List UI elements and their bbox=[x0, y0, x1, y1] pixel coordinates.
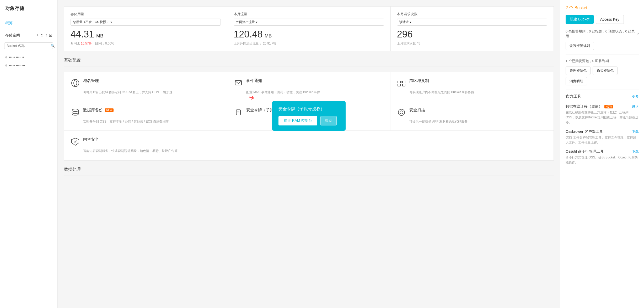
scan-icon bbox=[397, 108, 406, 117]
feature-scan-desc: 可提供一键扫描 APP 漏洞和恶意代码服务 bbox=[409, 119, 547, 124]
new-bucket-button[interactable]: 新建 Bucket bbox=[566, 15, 594, 24]
center-panel: 存储用量 总用量（不含 ECS 快照） ▾ 44.31 MB 月同比 16.57… bbox=[58, 0, 560, 308]
stat-traffic-sub-value: 26.91 MB bbox=[263, 42, 276, 45]
tool-ossutil-name: Ossutil 命令行管理工具 下载 bbox=[566, 149, 639, 154]
stat-traffic-dropdown[interactable]: 外网流出流量 ▾ bbox=[234, 19, 384, 26]
stat-requests-sub: 上月请求次数 45 bbox=[397, 41, 547, 46]
feature-notification[interactable]: 事件通知 配置 MNS 事件通知（回调）功能，关注 Bucket 事件 bbox=[227, 72, 390, 101]
bucket-search-box[interactable]: 🔍 bbox=[4, 42, 53, 49]
sidebar-title: 对象存储 bbox=[0, 0, 57, 16]
sidebar-nav: 概览 bbox=[0, 16, 57, 30]
svg-rect-4 bbox=[402, 81, 405, 83]
tool-ossbrowser-link[interactable]: 下载 bbox=[632, 129, 639, 134]
stat-storage-unit: MB bbox=[96, 33, 103, 38]
sort-icon[interactable]: ↕ bbox=[45, 33, 47, 38]
feature-grid: 域名管理 可将用户自己的域名绑定到 OSS 域名上，并支持 CDN 一键加速 bbox=[64, 72, 554, 161]
stat-traffic-label-text: 本月流量 bbox=[234, 12, 247, 16]
feature-database-name: 数据库备份 bbox=[83, 108, 103, 113]
popup-buttons: 前往 RAM 控制台 帮助 bbox=[278, 116, 339, 125]
list-item[interactable]: ••••• •••• •• bbox=[0, 53, 57, 61]
resource-info: 1 个已购资源包，0 即将到期 bbox=[566, 59, 639, 63]
stat-traffic-sub: 上月外网流出流量： 26.91 MB bbox=[234, 41, 384, 46]
tools-title: 官方工具 bbox=[566, 94, 581, 99]
popup-help-btn[interactable]: 帮助 bbox=[320, 116, 337, 125]
tool-ossbrowser-label: Ossbrower 客户端工具 bbox=[566, 129, 603, 134]
feature-content-security-header: 内容安全 bbox=[71, 137, 221, 146]
tools-section-header: 官方工具 更多 bbox=[566, 94, 639, 99]
alert-rule-text: 0 条报警规则，0 已报警，0 预警状态，0 已禁用 ? bbox=[566, 29, 639, 38]
feature-database[interactable]: 数据库备份 NEW 实时备份到 OSS，支持本地 / 公网 / 其他云 / EC… bbox=[64, 101, 227, 131]
stat-requests-dropdown[interactable]: 读请求 ▾ bbox=[397, 19, 547, 26]
manage-resource-btn[interactable]: 管理资源包 bbox=[566, 67, 591, 75]
action-buttons: 新建 Bucket Access Key bbox=[566, 15, 639, 24]
stat-requests-dropdown-label: 读请求 bbox=[399, 20, 409, 24]
stat-storage-label: 存储用量 bbox=[71, 12, 221, 16]
stats-row: 存储用量 总用量（不含 ECS 快照） ▾ 44.31 MB 月同比 16.57… bbox=[64, 6, 554, 51]
feature-notification-name: 事件通知 bbox=[246, 78, 262, 83]
tool-migration-desc: 在线迁移服务支持第三方源站（数据）迁移到 OSS；以及支持Bucket之间数据迁… bbox=[566, 110, 639, 125]
stat-traffic-dropdown-label: 外网流出流量 bbox=[236, 20, 255, 24]
domain-icon bbox=[71, 78, 80, 88]
tool-ossutil-link[interactable]: 下载 bbox=[632, 149, 639, 154]
list-item[interactable]: ••••• •••• ••• bbox=[0, 61, 57, 69]
alert-rule-label: 0 条报警规则，0 已报警，0 预警状态，0 已禁用 bbox=[566, 29, 636, 38]
sidebar-storage-space-label: 存储空间 bbox=[5, 33, 20, 38]
access-key-button[interactable]: Access Key bbox=[596, 15, 624, 24]
question-icon[interactable]: ? bbox=[637, 32, 639, 36]
tool-item-migration: 数据在线迁移（邀请） NEW 进入 在线迁移服务支持第三方源站（数据）迁移到 O… bbox=[566, 104, 639, 125]
chevron-down-icon: ▾ bbox=[410, 20, 411, 24]
feature-content-security[interactable]: 内容安全 智能内容识别服务，快速识别违规风险，如色情、暴恐、垃圾广告等 bbox=[64, 131, 227, 160]
stat-storage-label-text: 存储用量 bbox=[71, 12, 84, 16]
stat-storage-sub1-label: 月同比 bbox=[71, 42, 80, 45]
bucket-dot bbox=[5, 56, 7, 58]
tool-item-ossutil: Ossutil 命令行管理工具 下载 命令行方式管理 OSS。提供 Bucket… bbox=[566, 149, 639, 165]
sidebar-icon-group: + ↻ ↕ ⊡ bbox=[36, 33, 52, 38]
stat-traffic-sub-label: 上月外网流出流量： bbox=[234, 42, 262, 45]
feature-database-desc: 实时备份到 OSS，支持本地 / 公网 / 其他云 / ECS 自建数据库 bbox=[83, 119, 221, 124]
stat-storage-sub2-value: 0.00% bbox=[105, 42, 114, 45]
stat-storage-dropdown[interactable]: 总用量（不含 ECS 快照） ▾ bbox=[71, 19, 221, 26]
stat-requests-label: 本月请求次数 bbox=[397, 12, 547, 16]
feature-domain[interactable]: 域名管理 可将用户自己的域名绑定到 OSS 域名上，并支持 CDN 一键加速 bbox=[64, 72, 227, 101]
search-input[interactable] bbox=[7, 44, 51, 48]
replicate-icon bbox=[397, 78, 406, 88]
feature-database-header: 数据库备份 NEW bbox=[71, 108, 221, 117]
sidebar-item-overview[interactable]: 概览 bbox=[0, 18, 57, 28]
svg-point-7 bbox=[72, 109, 78, 112]
set-alert-rule-button[interactable]: 设置报警规则 bbox=[566, 42, 594, 50]
stat-storage-value: 44.31 bbox=[71, 29, 94, 40]
stat-requests-value-row: 296 bbox=[397, 29, 547, 40]
tool-migration-link[interactable]: 进入 bbox=[632, 104, 639, 109]
svg-marker-18 bbox=[72, 138, 79, 145]
popup-ram-btn[interactable]: 前往 RAM 控制台 bbox=[278, 116, 318, 125]
add-bucket-icon[interactable]: + bbox=[36, 33, 39, 38]
feature-replicate-name: 跨区域复制 bbox=[409, 78, 429, 83]
tool-ossbrowser-desc: OSS 文件客户端管理工具。支持文件管理，支持超大文件、文件批量上传。 bbox=[566, 135, 639, 145]
feature-scan-header: 安全扫描 bbox=[397, 108, 547, 117]
expense-detail-btn[interactable]: 消费明细 bbox=[566, 77, 587, 85]
stat-requests-value: 296 bbox=[397, 29, 413, 40]
feature-replicate-desc: 可实现账户内不同区域之间的 Bucket 同步备份 bbox=[409, 90, 547, 95]
expand-icon[interactable]: ⊡ bbox=[49, 33, 52, 38]
refresh-icon[interactable]: ↻ bbox=[40, 33, 44, 38]
tool-migration-label: 数据在线迁移（邀请） bbox=[566, 104, 602, 109]
content-area: 存储用量 总用量（不含 ECS 快照） ▾ 44.31 MB 月同比 16.57… bbox=[58, 0, 644, 308]
feature-scan[interactable]: 安全扫描 可提供一键扫描 APP 漏洞和恶意代码服务 bbox=[390, 101, 554, 131]
buy-resource-btn[interactable]: 购买资源包 bbox=[593, 67, 618, 75]
svg-point-13 bbox=[400, 111, 403, 114]
database-icon bbox=[71, 108, 80, 117]
search-icon: 🔍 bbox=[51, 44, 55, 48]
feature-replicate[interactable]: 跨区域复制 可实现账户内不同区域之间的 Bucket 同步备份 bbox=[390, 72, 554, 101]
resource-info-text: 1 个已购资源包，0 即将到期 bbox=[566, 59, 609, 63]
notification-icon bbox=[234, 78, 243, 88]
sidebar: 对象存储 概览 存储空间 + ↻ ↕ ⊡ 🔍 ••••• •••• •• •••… bbox=[0, 0, 58, 308]
bucket-list: ••••• •••• •• ••••• •••• ••• bbox=[0, 51, 57, 72]
more-link[interactable]: 更多 bbox=[632, 94, 639, 99]
bucket-count: 2 个 Bucket bbox=[566, 5, 639, 11]
feature-scan-name: 安全扫描 bbox=[409, 108, 425, 113]
popup-title: 安全令牌（子账号授权） bbox=[278, 106, 339, 112]
feature-security-token[interactable]: 安全令牌（子账号授权） ➜ 安全令牌（子账号授权） 前往 RAM 控制台 帮助 bbox=[227, 101, 390, 131]
database-new-badge: NEW bbox=[105, 108, 114, 112]
feature-database-name-row: 数据库备份 NEW bbox=[83, 108, 114, 113]
svg-point-12 bbox=[398, 109, 405, 116]
